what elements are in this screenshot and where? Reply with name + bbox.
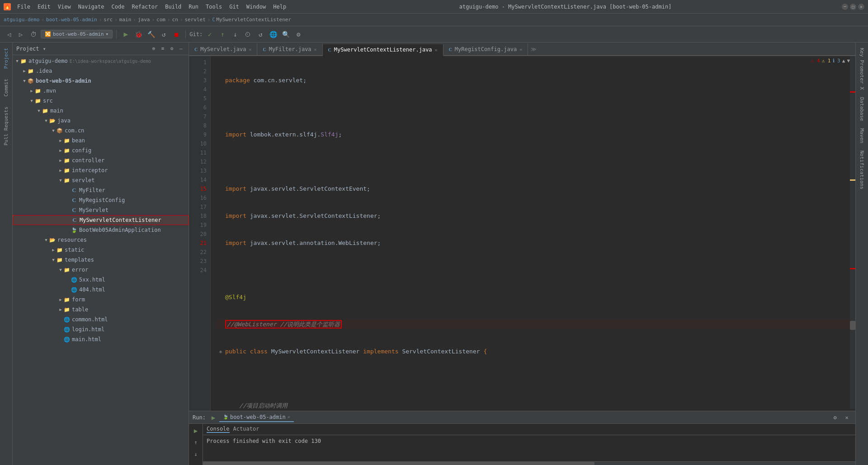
tree-item-common[interactable]: ▶ 🌐 common.html — [13, 315, 189, 324]
tree-item-root[interactable]: ▼ 📁 atguigu-demo E:\idea-workspace\atgui… — [13, 56, 189, 66]
run-button[interactable]: ▶ — [120, 29, 131, 40]
tree-item-servlet[interactable]: ▼ 📁 servlet — [13, 175, 189, 185]
tree-item-myservlet[interactable]: ▶ C MyServlet — [13, 205, 189, 215]
menu-code[interactable]: Code — [109, 3, 127, 11]
tab-myservlet[interactable]: C MyServlet.java ✕ — [189, 43, 257, 55]
breadcrumb-com[interactable]: com — [156, 17, 165, 23]
warning-bar[interactable]: ⚠ 4 ⚠ 1 ℹ 3 ▲ ▼ — [811, 58, 850, 64]
tree-item-404[interactable]: ▶ 🌐 404.html — [13, 285, 189, 295]
git-rollback-button[interactable]: ↺ — [255, 29, 266, 40]
git-commit-button[interactable]: ✓ — [204, 29, 215, 40]
commit-panel-label[interactable]: Commit — [1, 75, 11, 100]
menu-bar[interactable]: File Edit View Navigate Code Refactor Bu… — [14, 3, 289, 11]
menu-file[interactable]: File — [14, 3, 33, 11]
tree-item-static[interactable]: ▶ 📁 static — [13, 245, 189, 255]
tab-close-myservlet[interactable]: ✕ — [249, 47, 251, 52]
panel-close-icon[interactable]: ✕ — [842, 413, 852, 423]
tree-item-table[interactable]: ▶ 📁 table — [13, 305, 189, 315]
menu-window[interactable]: Window — [244, 3, 269, 11]
debug-button[interactable]: 🐞 — [133, 29, 144, 40]
tab-myregistconfig[interactable]: C MyRegistConfig.java ✕ — [443, 43, 528, 55]
tree-item-idea[interactable]: ▶ 📁 .idea — [13, 66, 189, 76]
translate-button[interactable]: 🌐 — [268, 29, 278, 40]
tree-item-java[interactable]: ▼ 📂 java — [13, 116, 189, 126]
maven-panel-label[interactable]: Maven — [857, 125, 867, 147]
menu-view[interactable]: View — [55, 3, 74, 11]
breadcrumb-module[interactable]: boot-web-05-admin — [46, 17, 97, 23]
breadcrumb-servlet[interactable]: servlet — [184, 17, 205, 23]
git-history-button[interactable]: ⏲ — [242, 29, 253, 40]
tree-item-resources[interactable]: ▼ 📂 resources — [13, 235, 189, 245]
scroll-up-icon[interactable]: ↑ — [191, 437, 201, 447]
breadcrumb-atguigu-demo[interactable]: atguigu-demo — [4, 17, 39, 23]
tree-item-module[interactable]: ▼ 📦 boot-web-05-admin — [13, 76, 189, 86]
menu-git[interactable]: Git — [226, 3, 242, 11]
breadcrumb-java[interactable]: java — [138, 17, 150, 23]
tree-item-main-html[interactable]: ▶ 🌐 main.html — [13, 334, 189, 344]
tree-item-com-cn[interactable]: ▼ 📦 com.cn — [13, 126, 189, 136]
console-tab[interactable]: Console — [207, 426, 230, 433]
h-scroll-thumb[interactable] — [203, 462, 594, 465]
tree-item-error[interactable]: ▼ 📁 error — [13, 265, 189, 275]
back-button[interactable]: ◁ — [4, 29, 14, 40]
tree-item-bean[interactable]: ▶ 📁 bean — [13, 136, 189, 146]
maximize-button[interactable]: □ — [850, 4, 856, 10]
close-button[interactable]: ✕ — [858, 4, 864, 10]
tree-item-myfilter[interactable]: ▶ C MyFilter — [13, 185, 189, 195]
scrollbar-thumb[interactable] — [850, 321, 855, 330]
tab-myfilter[interactable]: C MyFilter.java ✕ — [257, 43, 322, 55]
tree-item-interceptor[interactable]: ▶ 📁 interceptor — [13, 165, 189, 175]
tab-myswervlet[interactable]: C MySwervletContextListener.java ✕ — [323, 44, 443, 56]
project-panel-label[interactable]: Project — [1, 44, 11, 72]
tree-item-myregistconfig[interactable]: ▶ C MyRegistConfig — [13, 195, 189, 205]
breadcrumb-cn[interactable]: cn — [172, 17, 178, 23]
pull-requests-label[interactable]: Pull Requests — [1, 103, 11, 149]
menu-navigate[interactable]: Navigate — [75, 3, 107, 11]
menu-help[interactable]: Help — [270, 3, 289, 11]
window-controls[interactable]: ─ □ ✕ — [842, 4, 864, 10]
code-content[interactable]: package com.cn.servlet; import lombok.ex… — [211, 56, 855, 411]
menu-run[interactable]: Run — [186, 3, 201, 11]
tree-settings-icon[interactable]: ⚙ — [168, 45, 176, 53]
tree-item-main[interactable]: ▼ 📁 main — [13, 106, 189, 116]
recent-files-button[interactable]: ⏱ — [28, 29, 39, 40]
tree-item-form[interactable]: ▶ 📁 form — [13, 295, 189, 305]
minimize-button[interactable]: ─ — [842, 4, 848, 10]
tab-close-myfilter[interactable]: ✕ — [314, 47, 317, 52]
branch-selector[interactable]: 🔀 boot-web-05-admin ▾ — [41, 30, 113, 38]
git-push-button[interactable]: ↑ — [217, 29, 228, 40]
panel-minimize-icon[interactable]: — — [177, 45, 185, 53]
tree-item-bootapp[interactable]: ▶ 🍃 BootWeb05AdminApplication — [13, 225, 189, 235]
run-play-icon[interactable]: ▶ — [209, 413, 217, 422]
scroll-down-icon[interactable]: ↓ — [191, 449, 201, 459]
run-play-control[interactable]: ▶ — [191, 426, 201, 436]
notifications-panel-label[interactable]: Notifications — [857, 147, 867, 193]
stop-button[interactable]: ■ — [171, 29, 182, 40]
settings-gear-icon[interactable]: ⚙ — [830, 413, 840, 423]
nav-up-icon[interactable]: ▲ — [842, 58, 845, 64]
breadcrumb-src[interactable]: src — [104, 17, 113, 23]
tree-item-myswervlet[interactable]: ▶ C MySwervletContextListener — [13, 215, 189, 225]
tabs-more-button[interactable]: ≫ — [528, 43, 539, 55]
menu-tools[interactable]: Tools — [203, 3, 225, 11]
reload-button[interactable]: ↺ — [158, 29, 169, 40]
tree-item-login[interactable]: ▶ 🌐 login.html — [13, 324, 189, 334]
settings-button[interactable]: ⚙ — [293, 29, 304, 40]
menu-refactor[interactable]: Refactor — [129, 3, 160, 11]
tab-close-myregistconfig[interactable]: ✕ — [519, 47, 522, 52]
menu-build[interactable]: Build — [162, 3, 184, 11]
horizontal-scrollbar[interactable] — [203, 461, 855, 465]
menu-edit[interactable]: Edit — [35, 3, 53, 11]
tree-item-templates[interactable]: ▼ 📁 templates — [13, 255, 189, 265]
run-tab-main[interactable]: 🍃 boot-web-05-admin ✕ — [219, 413, 294, 422]
database-panel-label[interactable]: Database — [857, 94, 867, 125]
scrollbar-track[interactable] — [850, 56, 855, 409]
locate-file-icon[interactable]: ⊕ — [150, 45, 158, 53]
build-button[interactable]: 🔨 — [146, 29, 156, 40]
tree-item-controller[interactable]: ▶ 📁 controller — [13, 155, 189, 165]
breadcrumb-main[interactable]: main — [119, 17, 132, 23]
run-tab-close[interactable]: ✕ — [288, 414, 290, 419]
tree-item-src[interactable]: ▼ 📁 src — [13, 96, 189, 106]
git-pull-button[interactable]: ↓ — [230, 29, 241, 40]
tree-item-config[interactable]: ▶ 📁 config — [13, 146, 189, 155]
